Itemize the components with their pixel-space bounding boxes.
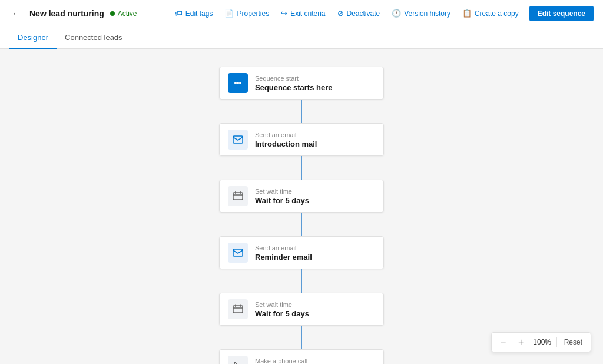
properties-button[interactable]: 📄 Properties bbox=[220, 6, 274, 21]
node-phone-call[interactable]: Make a phone call Call customer bbox=[219, 349, 384, 364]
exit-criteria-button[interactable]: ↪ Exit criteria bbox=[276, 6, 330, 21]
zoom-out-button[interactable]: − bbox=[496, 335, 511, 349]
page-title: New lead nurturing bbox=[29, 9, 104, 18]
app-header: ← New lead nurturing Active 🏷 Edit tags … bbox=[0, 0, 603, 27]
deactivate-button[interactable]: ⊘ Deactivate bbox=[333, 6, 385, 21]
tab-connected-leads[interactable]: Connected leads bbox=[57, 27, 131, 49]
svg-point-2 bbox=[239, 82, 241, 84]
node-wait-2-text: Set wait time Wait for 5 days bbox=[255, 301, 375, 318]
svg-rect-4 bbox=[233, 193, 243, 200]
node-wait-1-text: Set wait time Wait for 5 days bbox=[255, 188, 375, 205]
svg-point-1 bbox=[237, 82, 239, 84]
create-copy-button[interactable]: 📋 Create a copy bbox=[458, 6, 524, 21]
connector-3 bbox=[301, 213, 302, 236]
email-reminder-icon bbox=[228, 243, 248, 263]
zoom-in-button[interactable]: + bbox=[514, 335, 528, 349]
wait-1-icon bbox=[228, 186, 248, 206]
node-start-text: Sequence start Sequence starts here bbox=[255, 75, 375, 92]
create-copy-icon: 📋 bbox=[462, 9, 472, 18]
header-actions: 🏷 Edit tags 📄 Properties ↪ Exit criteria… bbox=[170, 6, 594, 21]
node-intro-email-text: Send an email Introduction mail bbox=[255, 131, 375, 148]
exit-criteria-icon: ↪ bbox=[281, 9, 287, 18]
connector-2 bbox=[301, 156, 302, 180]
version-history-icon: 🕐 bbox=[392, 9, 401, 18]
phone-call-icon bbox=[228, 356, 248, 364]
svg-rect-3 bbox=[233, 136, 243, 143]
edit-sequence-button[interactable]: Edit sequence bbox=[529, 6, 594, 21]
node-wait-1-title: Wait for 5 days bbox=[255, 196, 375, 205]
exit-criteria-label: Exit criteria bbox=[290, 9, 325, 18]
node-wait-2-label: Set wait time bbox=[255, 301, 375, 308]
back-button[interactable]: ← bbox=[9, 6, 24, 21]
deactivate-icon: ⊘ bbox=[337, 9, 344, 18]
status-dot bbox=[110, 11, 115, 16]
create-copy-label: Create a copy bbox=[475, 9, 519, 18]
connector-5 bbox=[301, 326, 302, 349]
sequence-canvas: Sequence start Sequence starts here Send… bbox=[0, 49, 603, 364]
node-wait-1-label: Set wait time bbox=[255, 188, 375, 195]
wait-2-icon bbox=[228, 299, 248, 319]
connector-1 bbox=[301, 100, 302, 123]
node-sequence-start[interactable]: Sequence start Sequence starts here bbox=[219, 67, 384, 100]
tabs-bar: Designer Connected leads bbox=[0, 27, 603, 49]
edit-tags-button[interactable]: 🏷 Edit tags bbox=[170, 6, 218, 21]
node-reminder-email-text: Send an email Reminder email bbox=[255, 244, 375, 262]
node-intro-email[interactable]: Send an email Introduction mail bbox=[219, 123, 384, 156]
email-intro-icon bbox=[228, 130, 248, 150]
zoom-divider bbox=[556, 337, 557, 347]
version-history-button[interactable]: 🕐 Version history bbox=[387, 6, 455, 21]
zoom-reset-button[interactable]: Reset bbox=[561, 337, 586, 348]
zoom-value: 100% bbox=[532, 338, 553, 346]
sequence-start-icon bbox=[228, 73, 248, 93]
node-start-label: Sequence start bbox=[255, 75, 375, 82]
deactivate-label: Deactivate bbox=[347, 9, 380, 18]
properties-label: Properties bbox=[237, 9, 269, 18]
node-phone-call-text: Make a phone call Call customer bbox=[255, 358, 375, 365]
svg-point-0 bbox=[234, 82, 237, 84]
status-text: Active bbox=[118, 9, 137, 18]
node-intro-email-title: Introduction mail bbox=[255, 140, 375, 148]
properties-icon: 📄 bbox=[224, 9, 234, 18]
node-wait-2-title: Wait for 5 days bbox=[255, 309, 375, 318]
node-reminder-email-title: Reminder email bbox=[255, 253, 375, 262]
node-intro-email-label: Send an email bbox=[255, 131, 375, 138]
version-history-label: Version history bbox=[404, 9, 450, 18]
node-wait-2[interactable]: Set wait time Wait for 5 days bbox=[219, 293, 384, 326]
edit-tags-label: Edit tags bbox=[185, 9, 213, 18]
node-reminder-email-label: Send an email bbox=[255, 244, 375, 252]
svg-rect-5 bbox=[233, 249, 243, 256]
node-wait-1[interactable]: Set wait time Wait for 5 days bbox=[219, 180, 384, 213]
node-start-title: Sequence starts here bbox=[255, 83, 375, 92]
svg-rect-6 bbox=[233, 306, 243, 313]
node-phone-call-label: Make a phone call bbox=[255, 358, 375, 365]
sequence-flow: Sequence start Sequence starts here Send… bbox=[0, 67, 603, 364]
node-reminder-email[interactable]: Send an email Reminder email bbox=[219, 236, 384, 269]
status-badge: Active bbox=[110, 9, 137, 18]
tag-icon: 🏷 bbox=[175, 9, 183, 18]
connector-4 bbox=[301, 269, 302, 293]
tab-designer[interactable]: Designer bbox=[9, 27, 57, 49]
zoom-controls: − + 100% Reset bbox=[491, 332, 591, 352]
